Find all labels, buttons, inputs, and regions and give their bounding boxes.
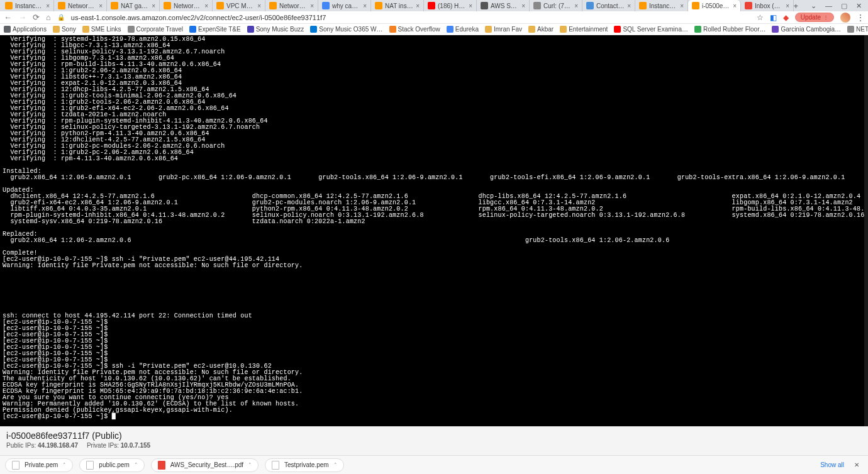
- chevron-up-icon[interactable]: ˄: [63, 462, 66, 468]
- tab-close-icon[interactable]: ×: [574, 3, 578, 9]
- home-button[interactable]: ⌂: [46, 13, 51, 22]
- bookmark-13[interactable]: Rolled Rubber Floor…: [694, 26, 766, 33]
- tab-close-icon[interactable]: ×: [416, 3, 420, 9]
- minimize-icon[interactable]: —: [825, 2, 832, 9]
- menu-icon[interactable]: ⋮: [857, 13, 864, 22]
- browser-tab-13[interactable]: i-0500e86fee93×: [688, 0, 741, 11]
- profile-avatar[interactable]: [840, 13, 850, 23]
- extension-icon-2[interactable]: ◆: [783, 13, 789, 22]
- tab-label: Network interf…: [174, 3, 202, 9]
- browser-tab-8[interactable]: (186) How to SS…×: [424, 0, 477, 11]
- browser-tab-4[interactable]: VPC Managemen…×: [213, 0, 265, 11]
- bookmark-favicon: [772, 26, 779, 33]
- tab-close-icon[interactable]: ×: [152, 3, 155, 9]
- bookmark-1[interactable]: Sony: [53, 26, 76, 33]
- update-button[interactable]: Update ⋮: [795, 13, 834, 22]
- bookmark-7[interactable]: Stack Overflow: [389, 26, 440, 33]
- chevron-up-icon[interactable]: ˄: [334, 462, 337, 468]
- tab-close-icon[interactable]: ×: [310, 3, 314, 9]
- bookmark-11[interactable]: Entertainment: [560, 26, 608, 33]
- back-button[interactable]: ←: [4, 13, 12, 22]
- tab-search-icon[interactable]: ⌄: [811, 2, 816, 10]
- browser-tab-5[interactable]: Network interf…×: [265, 0, 318, 11]
- tab-close-icon[interactable]: ×: [204, 3, 208, 9]
- bookmark-label: Applications: [13, 26, 47, 33]
- close-window-icon[interactable]: ✕: [856, 2, 862, 10]
- tab-label: why cant ec2 in…: [332, 3, 360, 9]
- url-bar[interactable]: us-east-1.console.aws.amazon.com/ec2/v2/…: [71, 14, 750, 21]
- bookmark-15[interactable]: NETGEAR Router R7…: [847, 26, 868, 33]
- terminal-container: Verifying : systemd-libs-219-78.amzn2.0.…: [0, 35, 868, 426]
- bookmark-label: Akbar: [537, 26, 554, 33]
- new-tab-button[interactable]: +: [793, 1, 798, 11]
- bookmark-8[interactable]: Edureka: [447, 26, 479, 33]
- browser-tab-12[interactable]: Instances | EC2×: [635, 0, 688, 11]
- browser-tab-1[interactable]: Network ACLs×: [54, 0, 107, 11]
- tab-close-icon[interactable]: ×: [257, 3, 261, 9]
- browser-tab-6[interactable]: why cant ec2 in…×: [318, 0, 371, 11]
- bookmark-label: Corporate Travel: [136, 26, 183, 33]
- show-all-downloads[interactable]: Show all: [820, 461, 844, 468]
- bookmark-favicon: [310, 26, 317, 33]
- bookmark-10[interactable]: Akbar: [528, 26, 554, 33]
- tab-label: AWS Security B…: [491, 3, 519, 9]
- browser-tab-7[interactable]: NAT instances×: [371, 0, 424, 11]
- browser-tab-3[interactable]: Network interf…×: [160, 0, 213, 11]
- browser-tab-0[interactable]: Instances | EC2×: [1, 0, 54, 11]
- maximize-icon[interactable]: ▢: [841, 2, 847, 10]
- download-filename: Testprivate.pem: [284, 461, 329, 468]
- bookmark-9[interactable]: Imran Fav: [485, 26, 522, 33]
- terminal-scrollbar-thumb[interactable]: [864, 35, 868, 192]
- bookmark-label: Sony Music O365 W…: [319, 26, 382, 33]
- bookmark-favicon: [128, 26, 135, 33]
- download-item-2[interactable]: AWS_Security_Best….pdf˄: [151, 458, 259, 472]
- bookmark-5[interactable]: Sony Music Buzz: [247, 26, 304, 33]
- bookmark-4[interactable]: ExpenSite T&E: [189, 26, 241, 33]
- tab-close-icon[interactable]: ×: [99, 3, 103, 9]
- chevron-up-icon[interactable]: ˄: [248, 462, 252, 468]
- tab-close-icon[interactable]: ×: [627, 3, 631, 9]
- bookmark-0[interactable]: Applications: [4, 26, 47, 33]
- terminal-scrollbar-track[interactable]: [864, 35, 868, 426]
- bookmark-favicon: [847, 26, 854, 33]
- bookmark-3[interactable]: Corporate Travel: [128, 26, 183, 33]
- close-download-shelf-icon[interactable]: ✕: [850, 461, 863, 468]
- private-ip-label: Private IPs:: [87, 442, 119, 449]
- terminal[interactable]: Verifying : systemd-libs-219-78.amzn2.0.…: [0, 35, 868, 426]
- tab-close-icon[interactable]: ×: [469, 3, 472, 9]
- bookmark-2[interactable]: SME Links: [82, 26, 121, 33]
- tab-close-icon[interactable]: ×: [46, 3, 50, 9]
- tab-favicon: [269, 2, 277, 9]
- browser-tab-10[interactable]: Curl: (7) Failed t…×: [530, 0, 582, 11]
- tab-close-icon[interactable]: ×: [680, 3, 684, 9]
- browser-tab-2[interactable]: NAT gateways×: [107, 0, 160, 11]
- tab-close-icon[interactable]: ×: [521, 3, 525, 9]
- bookmark-label: Stack Overflow: [398, 26, 440, 33]
- tab-close-icon[interactable]: ×: [363, 3, 367, 9]
- bookmark-12[interactable]: SQL Server Examina…: [614, 26, 688, 33]
- bookmark-14[interactable]: Garcinia Cambogia…: [772, 26, 841, 33]
- bookmark-label: ExpenSite T&E: [198, 26, 241, 33]
- bookmark-label: Imran Fav: [494, 26, 522, 33]
- tab-favicon: [586, 2, 594, 9]
- bookmark-favicon: [560, 26, 567, 33]
- tab-favicon: [692, 2, 699, 9]
- tab-close-icon[interactable]: ×: [733, 3, 737, 9]
- tab-label: NAT gateways: [121, 3, 149, 9]
- tab-label: Inbox (9,586) -: [755, 3, 783, 9]
- browser-tab-11[interactable]: Contact Us - Kn…×: [582, 0, 635, 11]
- download-item-0[interactable]: Private.pem˄: [5, 458, 73, 472]
- extension-icon[interactable]: ◧: [770, 13, 777, 22]
- chevron-up-icon[interactable]: ˄: [135, 462, 138, 468]
- reload-button[interactable]: ⟳: [33, 13, 40, 22]
- star-icon[interactable]: ☆: [757, 13, 764, 22]
- browser-tab-14[interactable]: Inbox (9,586) - ×: [741, 0, 794, 11]
- forward-button[interactable]: →: [18, 13, 26, 22]
- browser-tab-9[interactable]: AWS Security B…×: [477, 0, 530, 11]
- browser-tabstrip: Instances | EC2×Network ACLs×NAT gateway…: [0, 0, 868, 11]
- download-filename: public.pem: [99, 461, 129, 468]
- bookmark-6[interactable]: Sony Music O365 W…: [310, 26, 382, 33]
- download-item-1[interactable]: public.pem˄: [79, 458, 144, 472]
- bookmark-favicon: [247, 26, 254, 33]
- download-item-3[interactable]: Testprivate.pem˄: [265, 458, 344, 472]
